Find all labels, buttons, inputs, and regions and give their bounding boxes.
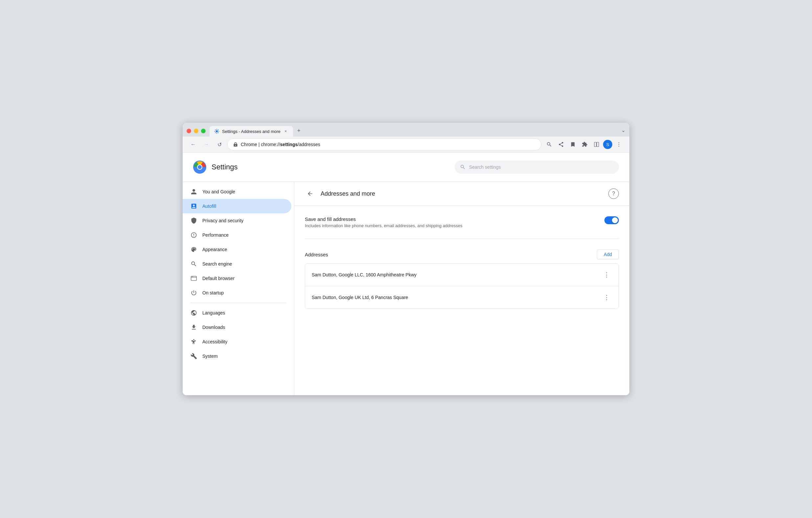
minimize-traffic-light[interactable]	[194, 129, 198, 133]
forward-button[interactable]: →	[201, 139, 211, 150]
toggle-text: Save and fill addresses Includes informa…	[305, 216, 463, 228]
toggle-description: Includes information like phone numbers,…	[305, 223, 463, 228]
settings-header: Settings	[183, 153, 629, 182]
svg-rect-2	[597, 142, 599, 147]
new-tab-button[interactable]: +	[294, 126, 303, 135]
refresh-button[interactable]: ↺	[214, 139, 225, 150]
active-tab[interactable]: Settings - Addresses and more ×	[209, 126, 293, 136]
sidebar: You and Google Autofill Privacy and secu…	[183, 182, 294, 395]
person-icon	[191, 188, 197, 195]
address-bar[interactable]: Chrome | chrome://settings/addresses	[227, 139, 541, 150]
svg-rect-1	[594, 142, 596, 147]
address-text-1: Sam Dutton, Google LLC, 1600 Amphitheatr…	[312, 272, 416, 277]
content-body: Save and fill addresses Includes informa…	[294, 206, 629, 319]
sidebar-item-search-engine[interactable]: Search engine	[183, 257, 291, 271]
sidebar-label-languages: Languages	[202, 310, 225, 315]
url-path-bold: settings	[280, 142, 298, 147]
bookmark-button[interactable]	[568, 139, 578, 150]
nav-actions: S	[544, 139, 624, 150]
extensions-button[interactable]	[579, 139, 590, 150]
settings-body: You and Google Autofill Privacy and secu…	[183, 182, 629, 395]
url-text: Chrome | chrome://settings/addresses	[241, 142, 320, 147]
close-traffic-light[interactable]	[186, 129, 191, 133]
startup-icon	[191, 290, 197, 296]
sidebar-item-default-browser[interactable]: Default browser	[183, 271, 291, 285]
tab-close-button[interactable]: ×	[283, 129, 288, 134]
sidebar-label-accessibility: Accessibility	[202, 339, 227, 344]
address-menu-button-2[interactable]: ⋮	[602, 292, 612, 303]
search-icon	[460, 164, 466, 170]
sidebar-item-appearance[interactable]: Appearance	[183, 242, 291, 257]
title-bar: Settings - Addresses and more × + ⌄	[183, 123, 629, 136]
content-back-button[interactable]	[305, 188, 315, 199]
sidebar-label-privacy: Privacy and security	[202, 218, 243, 223]
back-button[interactable]: ←	[188, 139, 198, 150]
share-button[interactable]	[556, 139, 566, 150]
addresses-section: Addresses Add Sam Dutton, Google LLC, 16…	[305, 249, 619, 309]
sidebar-divider	[191, 303, 286, 303]
help-icon: ?	[612, 191, 615, 196]
tab-favicon	[214, 129, 220, 134]
svg-point-5	[618, 146, 619, 146]
sidebar-item-on-startup[interactable]: On startup	[183, 285, 291, 300]
wrench-icon	[191, 353, 197, 360]
content-header: Addresses and more ?	[294, 182, 629, 206]
avatar[interactable]: S	[603, 140, 612, 149]
menu-button[interactable]	[614, 139, 624, 150]
url-protocol: Chrome | chrome://	[241, 142, 280, 147]
sidebar-item-system[interactable]: System	[183, 349, 291, 363]
split-button[interactable]	[591, 139, 602, 150]
url-path-rest: /addresses	[298, 142, 320, 147]
addresses-section-label: Addresses	[305, 252, 328, 257]
shield-icon	[191, 217, 197, 224]
browser-window: Settings - Addresses and more × + ⌄ ← → …	[183, 123, 629, 395]
fullscreen-traffic-light[interactable]	[201, 129, 206, 133]
sidebar-item-you-and-google[interactable]: You and Google	[183, 184, 291, 199]
traffic-lights	[186, 129, 206, 136]
sidebar-label-default-browser: Default browser	[202, 276, 235, 281]
sidebar-item-languages[interactable]: Languages	[183, 306, 291, 320]
chrome-logo	[193, 160, 206, 174]
help-button[interactable]: ?	[608, 188, 619, 199]
sidebar-label-autofill: Autofill	[202, 204, 216, 209]
toggle-label: Save and fill addresses	[305, 216, 463, 222]
download-icon	[191, 324, 197, 331]
save-fill-addresses-row: Save and fill addresses Includes informa…	[305, 216, 619, 239]
palette-icon	[191, 246, 197, 253]
sidebar-item-autofill[interactable]: Autofill	[183, 199, 291, 213]
address-menu-button-1[interactable]: ⋮	[602, 270, 612, 280]
svg-point-0	[216, 130, 218, 132]
sidebar-item-downloads[interactable]: Downloads	[183, 320, 291, 335]
zoom-button[interactable]	[544, 139, 554, 150]
search-engine-icon	[191, 261, 197, 267]
browser-icon	[191, 275, 197, 282]
tab-title: Settings - Addresses and more	[222, 129, 281, 134]
accessibility-icon	[191, 338, 197, 345]
settings-page: Settings You and Google	[183, 153, 629, 395]
gauge-icon	[191, 232, 197, 238]
address-list: Sam Dutton, Google LLC, 1600 Amphitheatr…	[305, 263, 619, 309]
tab-dropdown-button[interactable]: ⌄	[621, 127, 626, 136]
toggle-thumb	[612, 217, 618, 223]
save-fill-toggle[interactable]	[604, 216, 619, 224]
svg-point-13	[193, 339, 194, 340]
sidebar-label-performance: Performance	[202, 233, 229, 238]
svg-point-9	[198, 165, 202, 169]
search-input[interactable]	[469, 164, 614, 170]
address-item-1: Sam Dutton, Google LLC, 1600 Amphitheatr…	[305, 264, 618, 286]
svg-point-11	[192, 276, 193, 277]
add-address-button[interactable]: Add	[597, 249, 619, 259]
content-title: Addresses and more	[321, 190, 375, 197]
svg-point-3	[618, 143, 619, 143]
sidebar-item-performance[interactable]: Performance	[183, 228, 291, 242]
globe-icon	[191, 309, 197, 316]
main-content: Addresses and more ? Save and fill addre…	[294, 182, 629, 395]
url-security-icon	[233, 142, 238, 147]
svg-point-4	[618, 144, 619, 145]
sidebar-label-on-startup: On startup	[202, 290, 224, 296]
sidebar-label-system: System	[202, 354, 218, 359]
sidebar-item-accessibility[interactable]: Accessibility	[183, 335, 291, 349]
sidebar-item-privacy-security[interactable]: Privacy and security	[183, 213, 291, 228]
sidebar-label-you-and-google: You and Google	[202, 189, 235, 194]
settings-search-bar[interactable]	[455, 160, 619, 174]
